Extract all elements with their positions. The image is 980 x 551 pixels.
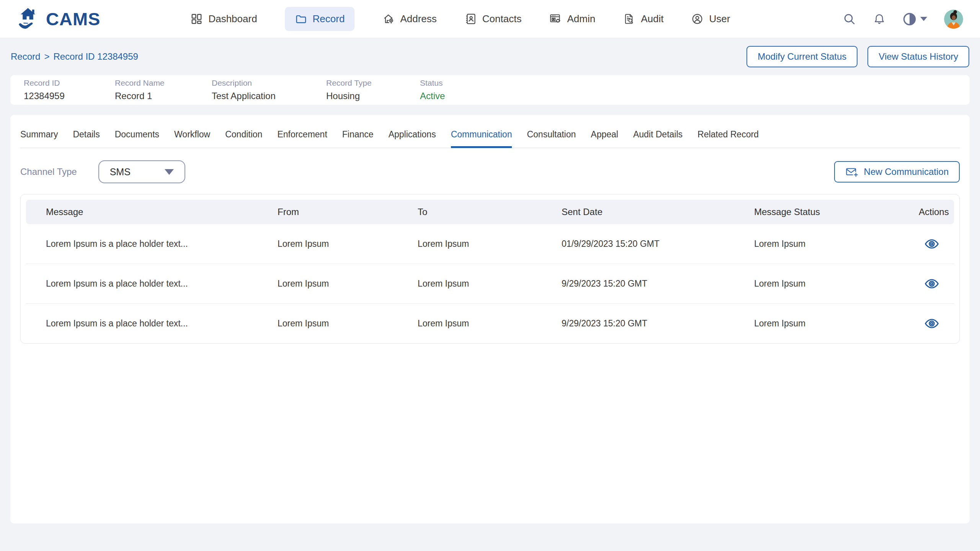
record-id-field: Record ID 12384959 <box>24 78 115 101</box>
tab-summary[interactable]: Summary <box>20 129 58 148</box>
folder-icon <box>295 13 307 25</box>
cell-sent-date: 01/9/29/2023 15:20 GMT <box>562 239 754 249</box>
column-header-to: To <box>418 207 562 217</box>
app-logo[interactable]: CAMS <box>15 8 100 31</box>
cell-from: Lorem Ipsum <box>278 279 418 289</box>
breadcrumb[interactable]: Record>Record ID 12384959 <box>11 51 138 62</box>
eye-icon <box>924 278 939 290</box>
breadcrumb-root[interactable]: Record <box>11 51 40 62</box>
communication-filter-row: Channel Type SMS New Communication <box>20 160 960 183</box>
tab-consultation[interactable]: Consultation <box>527 129 576 148</box>
description-field: Description Test Application <box>212 78 326 101</box>
topbar-actions <box>843 10 963 29</box>
column-header-from: From <box>278 207 418 217</box>
tab-workflow[interactable]: Workflow <box>174 129 210 148</box>
table-row: Lorem Ipsum is a place holder text... Lo… <box>21 224 959 264</box>
nav-label: Contacts <box>482 13 522 25</box>
cell-from: Lorem Ipsum <box>278 239 418 249</box>
record-type-field: Record Type Housing <box>326 78 420 101</box>
status-badge: Active <box>420 91 445 101</box>
tab-audit-details[interactable]: Audit Details <box>633 129 683 148</box>
theme-toggle[interactable] <box>903 12 927 26</box>
contacts-book-icon <box>464 13 477 25</box>
new-communication-label: New Communication <box>864 166 949 177</box>
nav-item-admin[interactable]: Admin <box>549 7 595 31</box>
nav-item-address[interactable]: Address <box>382 7 436 31</box>
column-header-message-status: Message Status <box>754 207 919 217</box>
tab-finance[interactable]: Finance <box>342 129 374 148</box>
nav-item-record[interactable]: Record <box>285 7 355 31</box>
nav-label: Address <box>400 13 436 25</box>
nav-item-audit[interactable]: Audit <box>623 7 663 31</box>
eye-icon <box>924 318 939 329</box>
top-navigation-bar: CAMS Dashboard Record Address <box>0 0 980 38</box>
tab-enforcement[interactable]: Enforcement <box>277 129 327 148</box>
user-avatar[interactable] <box>944 10 963 29</box>
tab-appeal[interactable]: Appeal <box>591 129 618 148</box>
field-label: Record Name <box>115 78 212 88</box>
cell-message-status: Lorem Ipsum <box>754 239 919 249</box>
modify-current-status-button[interactable]: Modify Current Status <box>746 46 858 67</box>
field-value: Test Application <box>212 91 326 101</box>
column-header-actions: Actions <box>919 207 949 217</box>
nav-label: Admin <box>567 13 595 25</box>
main-navigation: Dashboard Record Address Contacts <box>190 7 730 31</box>
cell-message: Lorem Ipsum is a place holder text... <box>46 279 278 289</box>
window-gear-icon <box>549 13 562 25</box>
field-label: Record Type <box>326 78 420 88</box>
dashboard-icon <box>190 13 203 25</box>
field-value: 12384959 <box>24 91 115 101</box>
channel-type-select[interactable]: SMS <box>98 160 185 183</box>
cell-message: Lorem Ipsum is a place holder text... <box>46 318 278 329</box>
cell-from: Lorem Ipsum <box>278 318 418 329</box>
house-pin-icon <box>382 13 395 25</box>
cell-to: Lorem Ipsum <box>418 279 562 289</box>
record-name-field: Record Name Record 1 <box>115 78 212 101</box>
field-label: Status <box>420 78 445 88</box>
view-communication-button[interactable] <box>924 318 939 329</box>
dropdown-caret-icon <box>165 169 174 175</box>
tab-condition[interactable]: Condition <box>225 129 262 148</box>
cell-sent-date: 9/29/2023 15:20 GMT <box>562 318 754 329</box>
table-header-row: Message From To Sent Date Message Status… <box>26 200 954 224</box>
house-hand-logo-icon <box>15 8 41 31</box>
field-value: Housing <box>326 91 420 101</box>
eye-icon <box>924 238 939 250</box>
communications-table: Message From To Sent Date Message Status… <box>20 194 960 344</box>
view-communication-button[interactable] <box>924 278 939 290</box>
column-header-sent-date: Sent Date <box>562 207 754 217</box>
table-row: Lorem Ipsum is a place holder text... Lo… <box>21 264 959 303</box>
mail-plus-icon <box>845 166 858 177</box>
notifications-bell-icon[interactable] <box>873 13 886 26</box>
nav-label: Audit <box>641 13 663 25</box>
view-status-history-button[interactable]: View Status History <box>867 46 969 67</box>
nav-label: Dashboard <box>208 13 257 25</box>
view-communication-button[interactable] <box>924 238 939 250</box>
record-detail-card: Summary Details Documents Workflow Condi… <box>10 115 970 523</box>
field-label: Record ID <box>24 78 115 88</box>
channel-type-value: SMS <box>110 166 131 178</box>
app-name: CAMS <box>46 8 100 29</box>
record-tabs: Summary Details Documents Workflow Condi… <box>20 115 960 148</box>
nav-item-dashboard[interactable]: Dashboard <box>190 7 257 31</box>
tab-communication[interactable]: Communication <box>451 129 512 148</box>
new-communication-button[interactable]: New Communication <box>834 161 960 183</box>
search-icon[interactable] <box>843 13 856 26</box>
nav-item-user[interactable]: User <box>691 7 730 31</box>
tab-applications[interactable]: Applications <box>389 129 436 148</box>
document-magnifier-icon <box>623 13 635 25</box>
tab-details[interactable]: Details <box>73 129 100 148</box>
cell-sent-date: 9/29/2023 15:20 GMT <box>562 279 754 289</box>
record-status-actions: Modify Current Status View Status Histor… <box>746 46 969 67</box>
tab-related-record[interactable]: Related Record <box>697 129 759 148</box>
record-summary-card: Record ID 12384959 Record Name Record 1 … <box>10 75 970 105</box>
avatar-photo <box>944 10 963 29</box>
cell-message: Lorem Ipsum is a place holder text... <box>46 239 278 249</box>
tab-documents[interactable]: Documents <box>115 129 159 148</box>
nav-item-contacts[interactable]: Contacts <box>464 7 522 31</box>
cell-message-status: Lorem Ipsum <box>754 279 919 289</box>
cell-message-status: Lorem Ipsum <box>754 318 919 329</box>
page-header-row: Record>Record ID 12384959 Modify Current… <box>0 38 980 75</box>
status-field: Status Active <box>420 78 445 101</box>
cell-to: Lorem Ipsum <box>418 239 562 249</box>
